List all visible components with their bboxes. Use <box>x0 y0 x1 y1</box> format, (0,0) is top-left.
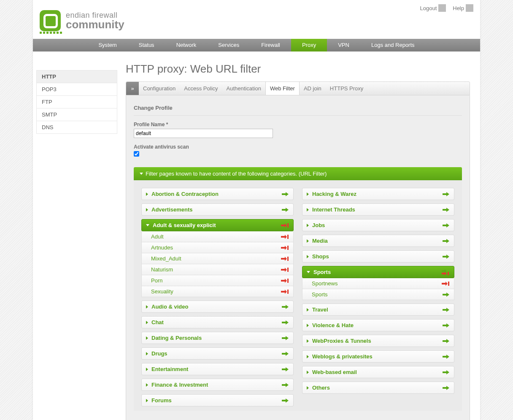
block-icon[interactable] <box>281 267 289 272</box>
mainnav-item-firewall[interactable]: Firewall <box>250 39 291 51</box>
category-media[interactable]: Media <box>302 235 454 247</box>
page-title: HTTP proxy: Web URL filter <box>126 62 470 76</box>
block-icon[interactable] <box>281 223 289 228</box>
subcategory-naturism[interactable]: Naturism <box>141 264 294 275</box>
tab-https-proxy[interactable]: HTTPS Proxy <box>326 82 367 95</box>
chevron-right-icon <box>307 324 309 327</box>
antivirus-checkbox[interactable] <box>134 151 139 157</box>
pass-icon[interactable] <box>281 336 289 341</box>
pass-icon[interactable] <box>442 354 450 359</box>
pass-icon[interactable] <box>442 223 450 228</box>
category-others[interactable]: Others <box>302 382 454 394</box>
subcategory-porn[interactable]: Porn <box>141 275 294 286</box>
block-icon[interactable] <box>281 234 289 239</box>
pass-icon[interactable] <box>442 254 450 259</box>
pass-icon[interactable] <box>442 385 450 390</box>
pass-icon[interactable] <box>442 370 450 375</box>
tab-web-filter[interactable]: Web Filter <box>265 82 300 95</box>
subcategory-sexuality[interactable]: Sexuality <box>141 286 294 297</box>
tab-access-policy[interactable]: Access Policy <box>180 82 222 95</box>
category-sports[interactable]: Sports <box>302 266 454 278</box>
pass-icon[interactable] <box>442 339 450 344</box>
pass-icon[interactable] <box>281 382 289 387</box>
pass-icon[interactable] <box>281 367 289 372</box>
pass-icon[interactable] <box>281 304 289 309</box>
category-travel[interactable]: Travel <box>302 303 454 316</box>
pass-icon[interactable] <box>442 323 450 328</box>
mainnav-item-services[interactable]: Services <box>207 39 250 51</box>
mainnav-item-vpn[interactable]: VPN <box>327 39 360 51</box>
block-icon[interactable] <box>281 278 289 283</box>
help-icon <box>466 4 473 12</box>
category-audio-video[interactable]: Audio & video <box>141 301 294 313</box>
subcategory-mixed-adult[interactable]: Mixed_Adult <box>141 253 294 264</box>
subcategory-artnudes[interactable]: Artnudes <box>141 242 294 253</box>
mixed-icon[interactable] <box>440 269 450 275</box>
subcategory-adult[interactable]: Adult <box>141 231 294 242</box>
mainnav-item-logs-and-reports[interactable]: Logs and Reports <box>360 39 426 51</box>
pass-icon[interactable] <box>442 307 450 312</box>
sidebar-item-smtp[interactable]: SMTP <box>37 108 117 121</box>
chevron-right-icon <box>146 192 148 196</box>
sidebar-item-ftp[interactable]: FTP <box>37 96 117 108</box>
category-web-based-email[interactable]: Web-based email <box>302 366 454 378</box>
pass-icon[interactable] <box>281 207 289 212</box>
category-shops[interactable]: Shops <box>302 250 454 263</box>
sidebar-item-dns[interactable]: DNS <box>37 121 117 133</box>
category-hacking-warez[interactable]: Hacking & Warez <box>302 188 454 200</box>
category-abortion-contraception[interactable]: Abortion & Contraception <box>141 188 294 200</box>
pass-icon[interactable] <box>281 398 289 403</box>
subcategory-label: Adult <box>151 233 164 240</box>
profile-name-input[interactable] <box>134 129 273 138</box>
category-dating-personals[interactable]: Dating & Personals <box>141 332 294 344</box>
category-entertainment[interactable]: Entertainment <box>141 363 294 375</box>
tab-authentication[interactable]: Authentication <box>222 82 265 95</box>
subtabs-collapse-icon[interactable]: » <box>126 82 139 95</box>
category-label: Drugs <box>151 350 167 357</box>
logout-link[interactable]: Logout <box>420 4 446 12</box>
category-label: WebProxies & Tunnels <box>312 338 371 344</box>
mainnav-item-network[interactable]: Network <box>165 39 208 51</box>
category-label: Audio & video <box>151 303 188 310</box>
pass-icon[interactable] <box>442 192 450 197</box>
category-weblogs-privatesites[interactable]: Weblogs & privatesites <box>302 350 454 363</box>
category-jobs[interactable]: Jobs <box>302 219 454 231</box>
pass-icon[interactable] <box>442 207 450 212</box>
pass-icon[interactable] <box>281 192 289 197</box>
chevron-right-icon <box>146 336 148 340</box>
category-chat[interactable]: Chat <box>141 316 294 328</box>
logo-line2: community <box>66 19 124 30</box>
subcategory-sportnews[interactable]: Sportnews <box>302 278 454 289</box>
sidebar-item-pop3[interactable]: POP3 <box>37 83 117 96</box>
svg-rect-3 <box>287 257 289 261</box>
category-label: Travel <box>312 306 328 313</box>
pass-icon[interactable] <box>442 292 450 297</box>
url-filter-header[interactable]: Filter pages known to have content of th… <box>134 167 462 180</box>
subcategory-sports[interactable]: Sports <box>302 289 454 300</box>
block-icon[interactable] <box>441 281 450 286</box>
block-icon[interactable] <box>281 289 289 294</box>
help-link[interactable]: Help <box>453 4 473 12</box>
block-icon[interactable] <box>281 245 289 250</box>
category-violence-hate[interactable]: Violence & Hate <box>302 319 454 331</box>
mainnav-item-system[interactable]: System <box>87 39 127 51</box>
pass-icon[interactable] <box>281 320 289 325</box>
pass-icon[interactable] <box>281 351 289 356</box>
chevron-right-icon <box>307 255 309 258</box>
sidebar-item-http[interactable]: HTTP <box>37 70 117 83</box>
mainnav-item-proxy[interactable]: Proxy <box>291 39 327 51</box>
category-forums[interactable]: Forums <box>141 394 294 406</box>
tab-ad-join[interactable]: AD join <box>300 82 326 95</box>
category-label: Internet Threads <box>312 206 355 213</box>
block-icon[interactable] <box>281 256 289 261</box>
mainnav-item-status[interactable]: Status <box>128 39 165 51</box>
category-finance-investment[interactable]: Finance & Investment <box>141 379 294 391</box>
logout-icon <box>438 4 446 12</box>
tab-configuration[interactable]: Configuration <box>139 82 180 95</box>
category-adult-sexually-explicit[interactable]: Adult & sexually explicit <box>141 219 294 231</box>
category-webproxies-tunnels[interactable]: WebProxies & Tunnels <box>302 335 454 347</box>
pass-icon[interactable] <box>442 238 450 244</box>
category-drugs[interactable]: Drugs <box>141 347 294 360</box>
category-internet-threads[interactable]: Internet Threads <box>302 203 454 216</box>
category-advertisements[interactable]: Advertisements <box>141 203 294 216</box>
